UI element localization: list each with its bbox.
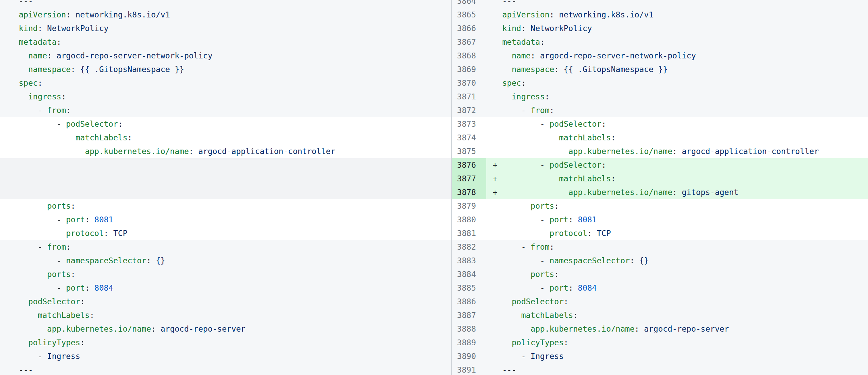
diff-row: namespace: {{ .GitopsNamespace }} bbox=[0, 62, 451, 76]
code-line: spec: bbox=[486, 76, 868, 90]
line-number[interactable]: 3872 bbox=[452, 103, 486, 117]
code-line: apiVersion: networking.k8s.io/v1 bbox=[0, 8, 451, 22]
code-line: namespace: {{ .GitopsNamespace }} bbox=[0, 62, 451, 76]
diff-row: 3879 ports: bbox=[452, 199, 868, 213]
line-number[interactable]: 3875 bbox=[452, 144, 486, 158]
code-line: spec: bbox=[0, 76, 451, 90]
diff-row: 3887 matchLabels: bbox=[452, 308, 868, 322]
code-line: kind: NetworkPolicy bbox=[0, 22, 451, 35]
diff-row: 3871 ingress: bbox=[452, 90, 868, 103]
code-line: name: argocd-repo-server-network-policy bbox=[0, 49, 451, 62]
line-number[interactable]: 3889 bbox=[452, 336, 486, 349]
line-number[interactable]: 3880 bbox=[452, 213, 486, 226]
diff-row: matchLabels: bbox=[0, 308, 451, 322]
diff-row: policyTypes: bbox=[0, 336, 451, 349]
added-marker: + bbox=[493, 185, 502, 199]
diff-row: --- bbox=[0, 363, 451, 375]
line-number[interactable]: 3885 bbox=[452, 281, 486, 295]
code-line bbox=[0, 172, 451, 185]
diff-row: - port: 8084 bbox=[0, 281, 451, 295]
line-number[interactable]: 3882 bbox=[452, 240, 486, 254]
code-line: - podSelector: bbox=[0, 117, 451, 131]
code-line: - port: 8084 bbox=[0, 281, 451, 295]
code-line: - Ingress bbox=[486, 349, 868, 363]
line-number[interactable]: 3869 bbox=[452, 62, 486, 76]
line-number[interactable]: 3879 bbox=[452, 199, 486, 213]
line-number[interactable]: 3871 bbox=[452, 90, 486, 103]
diff-row: 3882 - from: bbox=[452, 240, 868, 254]
line-number[interactable]: 3886 bbox=[452, 295, 486, 308]
line-number[interactable]: 3881 bbox=[452, 226, 486, 240]
diff-row: 3880 - port: 8081 bbox=[452, 213, 868, 226]
line-number[interactable]: 3877 bbox=[452, 172, 486, 185]
diff-row: 3884 ports: bbox=[452, 267, 868, 281]
code-line: name: argocd-repo-server-network-policy bbox=[486, 49, 868, 62]
code-line: - from: bbox=[486, 103, 868, 117]
diff-row: matchLabels: bbox=[0, 131, 451, 144]
diff-row-added: 3877+ matchLabels: bbox=[452, 172, 868, 185]
code-line: app.kubernetes.io/name: argocd-applicati… bbox=[486, 144, 868, 158]
code-line: - port: 8081 bbox=[486, 213, 868, 226]
line-number[interactable]: 3870 bbox=[452, 76, 486, 90]
code-line: ports: bbox=[486, 199, 868, 213]
line-number[interactable]: 3874 bbox=[452, 131, 486, 144]
code-line: + app.kubernetes.io/name: gitops-agent bbox=[486, 185, 868, 199]
line-number[interactable]: 3866 bbox=[452, 22, 486, 35]
line-number[interactable]: 3878 bbox=[452, 185, 486, 199]
code-line: - from: bbox=[0, 240, 451, 254]
diff-row: 3864--- bbox=[452, 0, 868, 8]
code-line: ports: bbox=[486, 267, 868, 281]
code-line: matchLabels: bbox=[0, 308, 451, 322]
line-number[interactable]: 3891 bbox=[452, 363, 486, 375]
code-line: + matchLabels: bbox=[486, 172, 868, 185]
diff-pane-new: 3864---3865apiVersion: networking.k8s.io… bbox=[451, 0, 868, 375]
diff-row-placeholder bbox=[0, 158, 451, 172]
line-number[interactable]: 3890 bbox=[452, 349, 486, 363]
code-line: ingress: bbox=[0, 90, 451, 103]
code-line bbox=[0, 158, 451, 172]
code-line: metadata: bbox=[0, 35, 451, 49]
diff-row: 3868 name: argocd-repo-server-network-po… bbox=[452, 49, 868, 62]
diff-row: 3885 - port: 8084 bbox=[452, 281, 868, 295]
code-line: protocol: TCP bbox=[0, 226, 451, 240]
diff-row: app.kubernetes.io/name: argocd-repo-serv… bbox=[0, 322, 451, 336]
diff-row: - from: bbox=[0, 240, 451, 254]
code-line: - namespaceSelector: {} bbox=[0, 254, 451, 267]
code-line: - Ingress bbox=[0, 349, 451, 363]
line-number[interactable]: 3865 bbox=[452, 8, 486, 22]
diff-row: - from: bbox=[0, 103, 451, 117]
line-number[interactable]: 3883 bbox=[452, 254, 486, 267]
line-number[interactable]: 3867 bbox=[452, 35, 486, 49]
diff-row: kind: NetworkPolicy bbox=[0, 22, 451, 35]
diff-row: 3874 matchLabels: bbox=[452, 131, 868, 144]
diff-row: 3883 - namespaceSelector: {} bbox=[452, 254, 868, 267]
diff-row: 3881 protocol: TCP bbox=[452, 226, 868, 240]
line-number[interactable]: 3888 bbox=[452, 322, 486, 336]
line-number[interactable]: 3884 bbox=[452, 267, 486, 281]
diff-row: protocol: TCP bbox=[0, 226, 451, 240]
diff-row: spec: bbox=[0, 76, 451, 90]
code-line: - podSelector: bbox=[486, 117, 868, 131]
line-number[interactable]: 3868 bbox=[452, 49, 486, 62]
code-line: matchLabels: bbox=[486, 131, 868, 144]
line-number[interactable]: 3876 bbox=[452, 158, 486, 172]
diff-row: 3872 - from: bbox=[452, 103, 868, 117]
code-line: - port: 8081 bbox=[0, 213, 451, 226]
code-line: - from: bbox=[486, 240, 868, 254]
code-line: podSelector: bbox=[0, 295, 451, 308]
line-number[interactable]: 3873 bbox=[452, 117, 486, 131]
code-line: + - podSelector: bbox=[486, 158, 868, 172]
diff-row: name: argocd-repo-server-network-policy bbox=[0, 49, 451, 62]
code-line: policyTypes: bbox=[486, 336, 868, 349]
code-line: ports: bbox=[0, 267, 451, 281]
diff-pane-old: ---apiVersion: networking.k8s.io/v1kind:… bbox=[0, 0, 451, 375]
split-diff-view: ---apiVersion: networking.k8s.io/v1kind:… bbox=[0, 0, 868, 375]
code-line: ports: bbox=[0, 199, 451, 213]
diff-row: ports: bbox=[0, 267, 451, 281]
line-number[interactable]: 3864 bbox=[452, 0, 486, 8]
line-number[interactable]: 3887 bbox=[452, 308, 486, 322]
code-line: --- bbox=[486, 363, 868, 375]
code-line: --- bbox=[486, 0, 868, 8]
diff-row: 3870spec: bbox=[452, 76, 868, 90]
diff-row: 3890 - Ingress bbox=[452, 349, 868, 363]
